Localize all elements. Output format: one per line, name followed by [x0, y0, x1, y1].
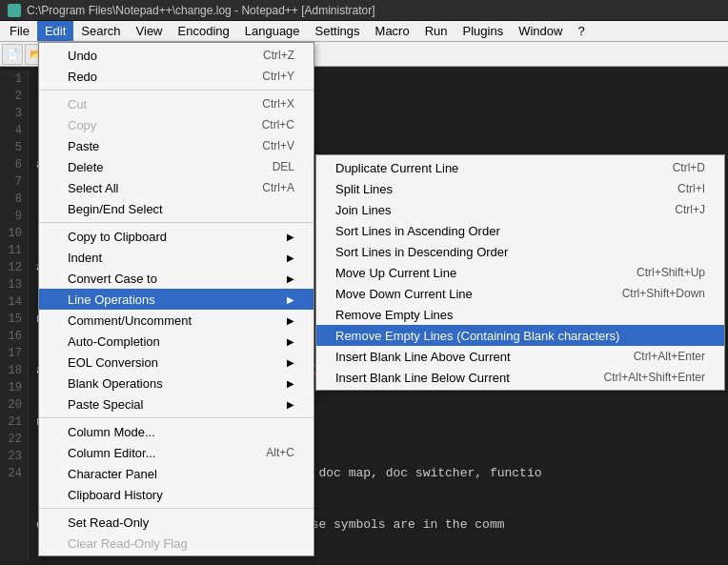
menu-paste[interactable]: Paste Ctrl+V	[39, 135, 313, 156]
menu-line-operations[interactable]: Line Operations ▶	[39, 289, 313, 310]
sep-4	[39, 508, 313, 509]
line-operations-submenu: Duplicate Current Line Ctrl+D Split Line…	[315, 154, 725, 391]
menu-bar: File Edit Search View Encoding Language …	[0, 21, 728, 42]
menu-help[interactable]: ?	[570, 21, 592, 41]
menu-blank-operations[interactable]: Blank Operations ▶	[39, 373, 313, 393]
window-title: C:\Program Files\Notepad++\change.log - …	[27, 4, 375, 17]
menu-view[interactable]: View	[129, 21, 171, 41]
submenu-insert-blank-below[interactable]: Insert Blank Line Below Current Ctrl+Alt…	[316, 367, 724, 388]
menu-eol-conversion[interactable]: EOL Conversion ▶	[39, 352, 313, 373]
menu-window[interactable]: Window	[511, 21, 570, 41]
submenu-move-up[interactable]: Move Up Current Line Ctrl+Shift+Up	[316, 262, 724, 283]
submenu-duplicate-line[interactable]: Duplicate Current Line Ctrl+D	[316, 157, 724, 178]
edit-menu: Undo Ctrl+Z Redo Ctrl+Y Cut Ctrl+X Copy …	[38, 42, 314, 556]
submenu-sort-ascending[interactable]: Sort Lines in Ascending Order	[316, 220, 724, 241]
sep-1	[39, 90, 313, 91]
arrow-copy-clipboard: ▶	[287, 232, 294, 242]
menu-character-panel[interactable]: Character Panel	[39, 463, 313, 484]
submenu-remove-empty-blank[interactable]: Remove Empty Lines (Containing Blank cha…	[316, 325, 724, 346]
arrow-comment: ▶	[287, 315, 294, 326]
menu-redo[interactable]: Redo Ctrl+Y	[39, 66, 313, 87]
menu-search[interactable]: Search	[73, 21, 128, 41]
arrow-convert-case: ▶	[287, 273, 294, 284]
menu-begin-end-select[interactable]: Begin/End Select	[39, 198, 313, 219]
menu-settings[interactable]: Settings	[308, 21, 368, 41]
arrow-auto-completion: ▶	[287, 336, 294, 347]
menu-auto-completion[interactable]: Auto-Completion ▶	[39, 331, 313, 352]
menu-macro[interactable]: Macro	[368, 21, 417, 41]
menu-comment-uncomment[interactable]: Comment/Uncomment ▶	[39, 310, 313, 331]
menu-undo[interactable]: Undo Ctrl+Z	[39, 45, 313, 66]
menu-language[interactable]: Language	[237, 21, 308, 41]
submenu-split-lines[interactable]: Split Lines Ctrl+I	[316, 178, 724, 199]
sep-3	[39, 417, 313, 418]
menu-cut[interactable]: Cut Ctrl+X	[39, 93, 313, 114]
arrow-paste-special: ▶	[287, 399, 294, 410]
menu-clipboard-history[interactable]: Clipboard History	[39, 484, 313, 505]
menu-clear-read-only[interactable]: Clear Read-Only Flag	[39, 533, 313, 554]
arrow-blank-ops: ▶	[287, 378, 294, 389]
menu-encoding[interactable]: Encoding	[171, 21, 237, 41]
menu-select-all[interactable]: Select All Ctrl+A	[39, 177, 313, 198]
menu-paste-special[interactable]: Paste Special ▶	[39, 393, 313, 414]
line-numbers: 1 2 3 4 5 6 7 8 9 10 11 12 13 14 15 16 1…	[0, 71, 29, 561]
menu-column-mode[interactable]: Column Mode...	[39, 421, 313, 442]
sep-2	[39, 222, 313, 223]
menu-run[interactable]: Run	[417, 21, 455, 41]
menu-plugins[interactable]: Plugins	[455, 21, 512, 41]
arrow-eol: ▶	[287, 357, 294, 368]
menu-set-read-only[interactable]: Set Read-Only	[39, 512, 313, 533]
title-bar: C:\Program Files\Notepad++\change.log - …	[0, 0, 728, 21]
submenu-sort-descending[interactable]: Sort Lines in Descending Order	[316, 241, 724, 262]
submenu-insert-blank-above[interactable]: Insert Blank Line Above Current Ctrl+Alt…	[316, 346, 724, 367]
arrow-indent: ▶	[287, 252, 294, 263]
app-icon	[8, 4, 21, 17]
menu-copy-to-clipboard[interactable]: Copy to Clipboard ▶	[39, 226, 313, 247]
menu-convert-case[interactable]: Convert Case to ▶	[39, 268, 313, 289]
menu-file[interactable]: File	[2, 21, 37, 41]
menu-delete[interactable]: Delete DEL	[39, 156, 313, 177]
menu-copy[interactable]: Copy Ctrl+C	[39, 114, 313, 135]
menu-indent[interactable]: Indent ▶	[39, 247, 313, 268]
submenu-join-lines[interactable]: Join Lines Ctrl+J	[316, 199, 724, 220]
menu-edit[interactable]: Edit	[37, 21, 73, 41]
arrow-line-ops: ▶	[287, 294, 294, 305]
menu-column-editor[interactable]: Column Editor... Alt+C	[39, 442, 313, 463]
submenu-remove-empty[interactable]: Remove Empty Lines	[316, 304, 724, 325]
submenu-move-down[interactable]: Move Down Current Line Ctrl+Shift+Down	[316, 283, 724, 304]
toolbar-new[interactable]: 📄	[2, 44, 23, 65]
